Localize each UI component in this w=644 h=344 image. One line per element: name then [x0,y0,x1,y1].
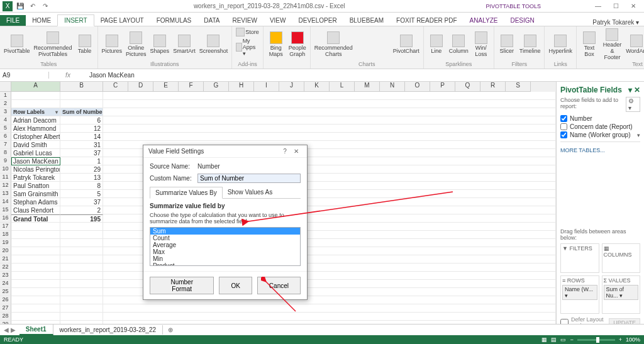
formula-value[interactable]: Jason MacKean [87,72,135,79]
row-header[interactable]: 16 [0,214,11,223]
column-header[interactable]: F [179,82,204,92]
slicer-button[interactable]: Slicer [498,35,516,54]
recommended-pivottables-button[interactable]: Recommended PivotTables [34,31,72,57]
excel-icon[interactable]: X [3,1,13,11]
cell[interactable] [60,92,103,100]
cell[interactable] [60,100,103,108]
bing-maps-button[interactable]: Bing Maps [267,31,285,57]
cell[interactable] [11,247,60,255]
cell[interactable] [103,313,556,321]
close-icon[interactable]: ▾ ✕ [628,86,640,94]
cell[interactable] [11,264,60,272]
row-header[interactable]: 5 [0,125,11,133]
function-option[interactable]: Average [150,241,300,248]
cell[interactable] [103,304,556,313]
function-option[interactable]: Count [150,235,300,241]
cell[interactable] [11,231,60,239]
cell[interactable]: 13 [60,174,103,182]
cell[interactable]: Jason MacKean [11,157,60,165]
row-header[interactable]: 24 [0,280,11,288]
row-header[interactable]: 25 [0,288,11,296]
sparkline-winloss-button[interactable]: Win/ Loss [472,31,490,57]
column-header[interactable]: H [229,82,254,92]
cell[interactable]: Cristopher Albert [11,133,60,141]
cell[interactable]: Grand Total [11,214,60,223]
sheet-nav[interactable]: ◀ ▶ [0,326,19,333]
cell[interactable]: 14 [60,133,103,141]
cell[interactable]: Gabriel Lucas [11,149,60,157]
row-header[interactable]: 2 [0,100,11,108]
zoom-in-icon[interactable]: + [619,336,622,343]
column-header[interactable]: I [254,82,279,92]
sparkline-column-button[interactable]: Column [449,35,469,54]
chart-type-icon[interactable] [368,45,378,53]
sheet-tab[interactable]: workers_in_report_2019-03-28_22 [53,325,163,335]
chart-type-icon[interactable] [379,36,389,44]
cell[interactable] [60,247,103,255]
tab-developer[interactable]: DEVELOPER [292,15,343,26]
more-tables-link[interactable]: MORE TABLES... [560,147,640,153]
field-checkbox[interactable] [560,115,567,122]
add-sheet-button[interactable]: ⊕ [163,326,178,333]
view-break-icon[interactable]: ▭ [560,336,566,343]
field-label[interactable]: Concern date (Report) [570,123,633,130]
column-header[interactable]: E [153,82,179,92]
column-header[interactable]: P [430,82,455,92]
chart-type-icon[interactable] [357,36,367,44]
cell[interactable] [60,255,103,264]
cell[interactable] [11,280,60,288]
redo-icon[interactable]: ↷ [40,1,50,11]
cell[interactable] [103,100,556,108]
cell[interactable] [11,255,60,264]
row-header[interactable]: 11 [0,174,11,182]
close-icon[interactable]: ✕ [291,148,302,155]
column-header[interactable]: K [304,82,330,92]
field-checkbox[interactable] [560,123,567,130]
chart-type-icon[interactable] [379,45,389,53]
my-apps-button[interactable]: My Apps ▾ [236,38,259,57]
tab-insert[interactable]: INSERT [57,14,94,26]
cell[interactable] [11,313,60,321]
zoom-slider[interactable] [577,339,615,341]
cell[interactable]: Stephan Adams [11,198,60,206]
row-header[interactable]: 23 [0,272,11,280]
column-header[interactable]: A [11,82,60,92]
save-icon[interactable]: 💾 [15,1,25,11]
cell[interactable] [60,223,103,231]
tab-show-values[interactable]: Show Values As [223,187,278,198]
cell[interactable]: Patryk Tokarek [11,174,60,182]
function-list[interactable]: SumCountAverageMaxMinProduct [150,227,301,266]
row-header[interactable]: 20 [0,247,11,255]
rows-area[interactable]: ≡ ROWSName (W... ▾ [560,275,599,314]
row-header[interactable]: 7 [0,141,11,149]
cell[interactable] [60,231,103,239]
row-header[interactable]: 21 [0,255,11,264]
table-button[interactable]: Table [76,35,94,54]
tab-data[interactable]: DATA [197,15,226,26]
row-header[interactable]: 12 [0,182,11,190]
minimize-button[interactable]: — [591,3,605,9]
cell[interactable]: 6 [60,116,103,125]
cell[interactable]: 5 [60,190,103,198]
undo-icon[interactable]: ↶ [28,1,38,11]
area-item[interactable]: Name (W... ▾ [562,285,597,300]
cell[interactable]: 12 [60,125,103,133]
people-graph-button[interactable]: People Graph [289,31,306,57]
row-header[interactable]: 1 [0,92,11,100]
recommended-charts-button[interactable]: Recommended Charts [314,31,353,57]
cell[interactable] [60,296,103,304]
field-checkbox[interactable] [560,131,567,138]
sheet-tab[interactable]: Sheet1 [19,325,53,335]
area-item[interactable]: Sum of Nu... ▾ [604,285,639,300]
chart-type-icon[interactable] [357,45,367,53]
tab-analyze[interactable]: ANALYZE [464,15,504,26]
cell[interactable] [60,264,103,272]
row-header[interactable]: 28 [0,313,11,321]
column-header[interactable]: B [60,82,103,92]
smartart-button[interactable]: SmartArt [173,35,196,54]
tab-page-layout[interactable]: PAGE LAYOUT [94,15,150,26]
row-header[interactable]: 17 [0,223,11,231]
row-header[interactable]: 3 [0,108,11,116]
cell[interactable] [60,313,103,321]
timeline-button[interactable]: Timeline [519,35,541,54]
